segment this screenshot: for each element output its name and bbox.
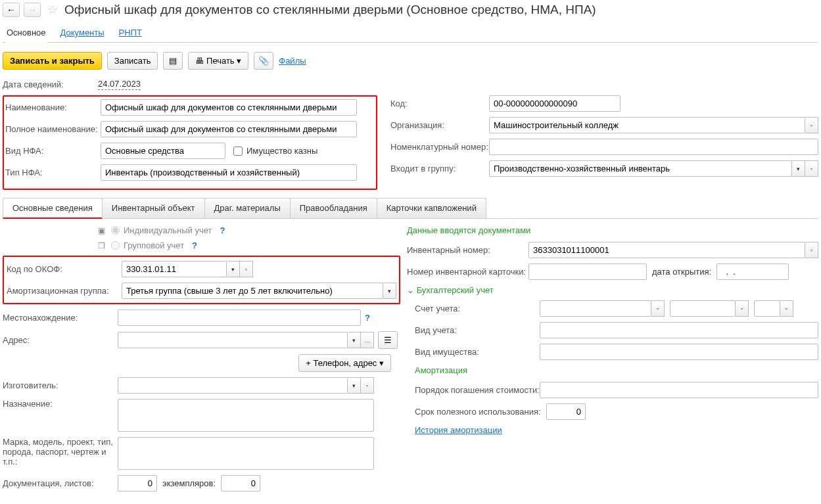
opendate-label: дата открытия:: [652, 267, 711, 277]
subtab-precious[interactable]: Драг. материалы: [204, 198, 291, 218]
location-label: Местонахождение:: [3, 313, 118, 323]
doc-data-header: Данные вводятся документами: [407, 225, 818, 235]
acct2-input[interactable]: [670, 300, 736, 317]
save-button[interactable]: Записать: [107, 52, 158, 70]
subtab-inventory[interactable]: Инвентарный объект: [102, 198, 205, 218]
subtab-rights[interactable]: Правообладания: [290, 198, 377, 218]
proptype-label: Вид имущества:: [415, 347, 540, 357]
amortgroup-input[interactable]: [122, 283, 383, 299]
help-icon[interactable]: ?: [220, 225, 225, 235]
manufacturer-input[interactable]: [118, 377, 348, 394]
help-icon-2[interactable]: ?: [192, 241, 197, 250]
favorite-star-icon[interactable]: ☆: [47, 3, 58, 17]
tipnfa-input[interactable]: [101, 164, 357, 181]
subtab-main-info[interactable]: Основные сведения: [3, 198, 103, 219]
copies-number-input[interactable]: [221, 475, 260, 492]
buh-section-toggle[interactable]: ⌄ Бухгалтерский учет: [407, 285, 818, 295]
tab-rnpt[interactable]: РНПТ: [118, 24, 143, 42]
org-open-icon[interactable]: ▫: [805, 117, 818, 133]
manufacturer-open-icon[interactable]: ▫: [361, 377, 374, 394]
model-textarea[interactable]: [118, 437, 374, 470]
files-link[interactable]: Файлы: [279, 56, 306, 66]
acct3-open-icon[interactable]: ▫: [780, 300, 793, 317]
okof-label: Код по ОКОФ:: [7, 264, 122, 274]
manufacturer-dropdown-icon[interactable]: ▾: [348, 377, 361, 394]
print-button[interactable]: 🖶 Печать ▾: [188, 52, 248, 70]
okof-dropdown-icon[interactable]: ▾: [227, 261, 240, 277]
vidnfa-label: Вид НФА:: [5, 146, 101, 156]
code-label: Код:: [390, 99, 489, 108]
address-more-icon[interactable]: …: [361, 332, 374, 348]
date-label: Дата сведений:: [3, 80, 98, 89]
name-label: Наименование:: [5, 103, 101, 112]
amortorder-label: Порядок погашения стоимости:: [415, 385, 540, 395]
name-input[interactable]: [101, 99, 357, 116]
org-label: Организация:: [390, 120, 489, 130]
invnum-label: Инвентарный номер:: [407, 245, 528, 255]
invcard-input[interactable]: [528, 263, 647, 280]
subtab-cards[interactable]: Карточки капвложений: [377, 198, 486, 218]
nav-tabs: Основное Документы РНПТ: [3, 24, 818, 43]
invnum-input[interactable]: [528, 242, 805, 258]
page-title: Офисный шкаф для документов со стеклянны…: [64, 3, 596, 17]
org-input[interactable]: [489, 117, 805, 133]
copy-icon[interactable]: ▣: [98, 226, 107, 235]
tab-main[interactable]: Основное: [5, 24, 47, 43]
amort-header: Амортизация: [415, 365, 818, 375]
docs-label: Документация, листов:: [3, 478, 118, 488]
address-dropdown-icon[interactable]: ▾: [348, 332, 361, 348]
save-close-button[interactable]: Записать и закрыть: [3, 52, 102, 70]
acct-open-icon[interactable]: ▫: [651, 300, 665, 317]
useful-input[interactable]: [546, 403, 586, 420]
treasury-label: Имущество казны: [246, 146, 317, 156]
invnum-open-icon[interactable]: ▫: [805, 242, 818, 258]
accttype-label: Вид учета:: [415, 325, 540, 335]
okof-open-icon[interactable]: ▫: [240, 261, 253, 277]
code-input[interactable]: [489, 95, 621, 112]
address-filter-icon[interactable]: ☰: [378, 331, 398, 349]
accttype-input[interactable]: [540, 322, 818, 338]
amortorder-input[interactable]: [540, 382, 818, 398]
useful-label: Срок полезного использования:: [415, 407, 546, 417]
tab-documents[interactable]: Документы: [59, 24, 106, 42]
phone-address-button[interactable]: + Телефон, адрес ▾: [298, 354, 391, 372]
individual-label: Индивидуальный учет: [124, 225, 212, 235]
treasury-checkbox[interactable]: [233, 147, 243, 156]
invcard-label: Номер инвентарной карточки:: [407, 267, 528, 277]
forward-button[interactable]: →: [24, 3, 41, 17]
individual-radio: [111, 226, 120, 235]
model-label: Марка, модель, проект, тип, порода, пасп…: [3, 437, 118, 467]
purpose-textarea[interactable]: [118, 399, 374, 432]
group-dropdown-icon[interactable]: ▾: [792, 160, 805, 177]
report-icon-button[interactable]: ▤: [163, 52, 183, 70]
nomnum-label: Номенклатурный номер:: [390, 142, 489, 152]
vidnfa-input[interactable]: [101, 143, 225, 159]
acct3-input[interactable]: [754, 300, 780, 317]
acct2-open-icon[interactable]: ▫: [736, 300, 749, 317]
docs-number-input[interactable]: [118, 475, 157, 492]
date-value[interactable]: 24.07.2023: [98, 79, 141, 90]
acct-label: Счет учета:: [415, 304, 540, 313]
attach-icon-button[interactable]: 📎: [254, 52, 273, 70]
copies-label: экземпляров:: [162, 478, 216, 488]
amort-history-link[interactable]: История амортизации: [415, 425, 502, 435]
back-button[interactable]: ←: [3, 3, 20, 17]
group-label: Входит в группу:: [390, 164, 489, 173]
nomnum-input[interactable]: [489, 139, 818, 155]
fullname-label: Полное наименование:: [5, 124, 101, 134]
amortgroup-dropdown-icon[interactable]: ▾: [383, 283, 396, 299]
purpose-label: Назначение:: [3, 399, 118, 409]
fullname-input[interactable]: [101, 121, 357, 137]
okof-input[interactable]: [122, 261, 227, 277]
copy-icon-2[interactable]: ❐: [98, 241, 107, 250]
opendate-input[interactable]: [716, 263, 789, 280]
group-open-icon[interactable]: ▫: [805, 160, 818, 177]
address-input[interactable]: [118, 332, 348, 348]
proptype-input[interactable]: [540, 344, 818, 360]
tipnfa-label: Тип НФА:: [5, 168, 101, 177]
help-icon-3[interactable]: ?: [365, 313, 370, 323]
location-input[interactable]: [118, 309, 361, 326]
group-input[interactable]: [489, 160, 792, 177]
acct-input[interactable]: [540, 300, 651, 317]
group-radio-label: Групповой учет: [124, 241, 184, 250]
